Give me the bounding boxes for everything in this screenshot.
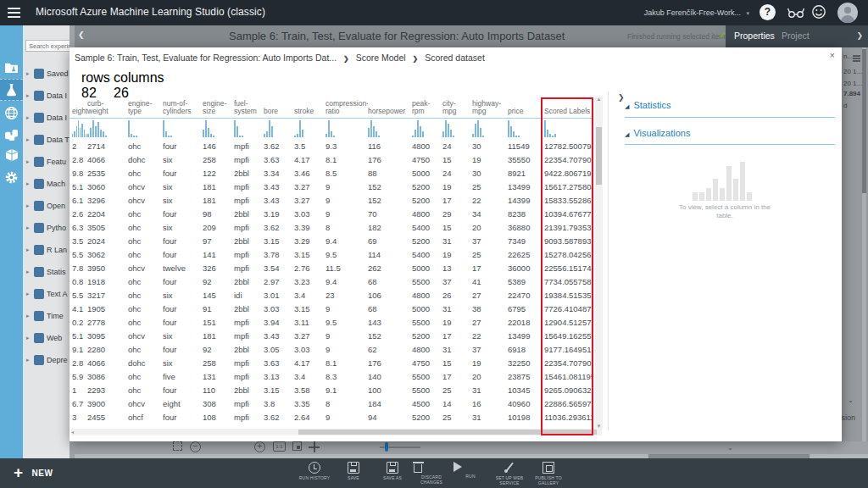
visualizations-section-header[interactable]: ◢Visualizations <box>625 128 690 138</box>
table-vscroll-thumb[interactable] <box>596 127 602 185</box>
breadcrumb-module[interactable]: Score Model <box>356 53 406 63</box>
expand-arrow-icon[interactable]: ▸ <box>26 269 30 275</box>
column-histogram[interactable] <box>326 119 368 140</box>
column-histogram[interactable] <box>203 119 234 140</box>
palette-item[interactable]: ▸R Lan <box>23 242 70 261</box>
column-header[interactable]: engine- type <box>128 100 163 118</box>
column-header[interactable]: highway- mpg <box>472 100 508 118</box>
palette-item[interactable]: ▸Web <box>23 330 70 349</box>
column-header[interactable]: num-of- cylinders <box>163 100 203 118</box>
minimap-chevron-icon[interactable]: ⌄ <box>727 444 733 452</box>
palette-item[interactable]: ▸Time <box>23 308 70 327</box>
palette-item[interactable]: ▸Mach <box>23 176 70 195</box>
palette-item[interactable]: ▸Featu <box>23 154 70 173</box>
scroll-left-icon[interactable]: ◂ <box>71 429 74 435</box>
expand-arrow-icon[interactable]: ▸ <box>26 92 30 99</box>
column-header[interactable]: fuel- system <box>234 100 264 118</box>
user-account-menu[interactable]: Jakub Ferenčík-Free-Work... <box>644 8 741 17</box>
column-histogram[interactable] <box>544 119 593 140</box>
breadcrumb-experiment[interactable]: Sample 6: Train, Test, Evaluate for Regr… <box>75 53 337 63</box>
column-histogram[interactable] <box>264 119 294 140</box>
panel-expand-icon[interactable]: ❯ <box>618 93 625 102</box>
actual-size-icon[interactable]: 1:1 <box>273 441 286 452</box>
zoom-in-icon[interactable]: + <box>254 441 265 452</box>
palette-item[interactable]: ▸Depre <box>23 352 70 371</box>
palette-item[interactable]: ▸Data I <box>23 88 70 107</box>
expand-arrow-icon[interactable]: ▸ <box>26 247 30 253</box>
fit-to-screen-icon[interactable] <box>292 441 302 451</box>
column-histogram[interactable] <box>163 119 203 140</box>
help-icon[interactable]: ? <box>760 4 776 20</box>
close-icon[interactable]: × <box>830 50 835 60</box>
sidebar-item-projects[interactable] <box>0 57 23 79</box>
search-input[interactable] <box>25 40 70 52</box>
expand-arrow-icon[interactable]: ▸ <box>26 70 30 77</box>
column-histogram[interactable] <box>508 119 544 140</box>
column-header[interactable]: Scored Labels <box>544 108 593 118</box>
command-discard-changes[interactable]: DISCARD CHANGES <box>412 461 451 485</box>
palette-item[interactable]: ▸Statis <box>23 264 70 283</box>
expand-arrow-icon[interactable]: ▸ <box>26 158 30 165</box>
sidebar-item-datasets[interactable] <box>0 125 23 147</box>
expand-arrow-icon[interactable]: ▸ <box>26 180 30 187</box>
column-header[interactable]: city- mpg <box>442 100 472 118</box>
column-histogram[interactable] <box>294 119 326 140</box>
avatar[interactable] <box>837 3 858 23</box>
command-run-history[interactable]: RUN HISTORY <box>295 461 334 485</box>
command-save-as[interactable]: SAVE AS <box>373 461 412 485</box>
sidebar-item-trained-models[interactable] <box>0 145 23 167</box>
expand-arrow-icon[interactable]: ▸ <box>26 202 30 209</box>
scroll-up-icon[interactable]: ▲ <box>596 97 602 102</box>
fullscreen-icon[interactable] <box>173 441 182 451</box>
hamburger-menu-icon[interactable] <box>8 8 20 18</box>
panel-collapse-icon[interactable]: ❯ <box>856 31 863 40</box>
properties-scrollbar-thumb[interactable] <box>862 49 866 193</box>
zoom-out-icon[interactable]: − <box>190 441 201 452</box>
column-header[interactable]: engine- size <box>203 100 234 118</box>
collapse-chevron-icon[interactable]: ⌄ <box>848 396 854 404</box>
table-vscroll-track[interactable]: ▲ ▼ <box>595 97 603 429</box>
sidebar-item-web-services[interactable] <box>0 103 23 125</box>
table-hscroll-thumb[interactable] <box>298 430 597 435</box>
column-histogram[interactable] <box>87 119 128 140</box>
statistics-section-header[interactable]: ◢Statistics <box>625 100 670 110</box>
feedback-smiley-icon[interactable] <box>811 4 826 23</box>
table-hscroll-track[interactable]: ◂ <box>71 429 602 435</box>
command-publish-to-gallery[interactable]: PUBLISH TO GALLERY <box>529 461 568 485</box>
column-histogram[interactable] <box>128 119 163 140</box>
expand-arrow-icon[interactable]: ▸ <box>26 313 30 319</box>
column-header[interactable]: compression- ratio <box>326 100 368 118</box>
palette-item[interactable]: ▸Text A <box>23 286 70 305</box>
column-header[interactable]: stroke <box>294 108 326 118</box>
column-histogram[interactable] <box>442 119 472 140</box>
column-histogram[interactable] <box>412 119 442 140</box>
expand-arrow-icon[interactable]: ▸ <box>26 357 30 363</box>
command-save[interactable]: SAVE <box>334 461 373 485</box>
expand-arrow-icon[interactable]: ▸ <box>26 136 30 143</box>
tab-project[interactable]: Project <box>782 30 810 41</box>
goggles-icon[interactable] <box>787 7 805 22</box>
column-histogram[interactable] <box>72 119 87 140</box>
palette-item[interactable]: ▸Saved <box>23 66 70 85</box>
tab-properties[interactable]: Properties <box>734 30 775 41</box>
expand-arrow-icon[interactable]: ▸ <box>26 114 30 121</box>
palette-item[interactable]: ▸Data T <box>23 132 70 151</box>
column-header[interactable]: bore <box>264 108 294 118</box>
zoom-slider-thumb[interactable] <box>385 442 388 452</box>
command-set-up-web-service[interactable]: SET UP WEB SERVICE <box>490 461 529 485</box>
column-header[interactable]: horsepower <box>368 108 412 118</box>
expand-arrow-icon[interactable]: ▸ <box>26 291 30 297</box>
expand-arrow-icon[interactable]: ▸ <box>26 225 30 231</box>
palette-item[interactable]: ▸Data I <box>23 110 70 129</box>
column-header[interactable]: peak- rpm <box>412 100 442 118</box>
column-histogram[interactable] <box>368 119 412 140</box>
new-button[interactable]: + NEW <box>14 463 53 482</box>
palette-item[interactable]: ▸Open <box>23 198 70 217</box>
column-histogram[interactable] <box>234 119 264 140</box>
palette-item[interactable]: ▸Pytho <box>23 220 70 239</box>
palette-collapse-icon[interactable]: ❮ <box>78 30 85 39</box>
sidebar-item-settings[interactable] <box>0 167 23 189</box>
pan-icon[interactable] <box>309 441 320 452</box>
expand-arrow-icon[interactable]: ▸ <box>26 335 30 341</box>
column-header[interactable]: eight <box>72 108 87 118</box>
